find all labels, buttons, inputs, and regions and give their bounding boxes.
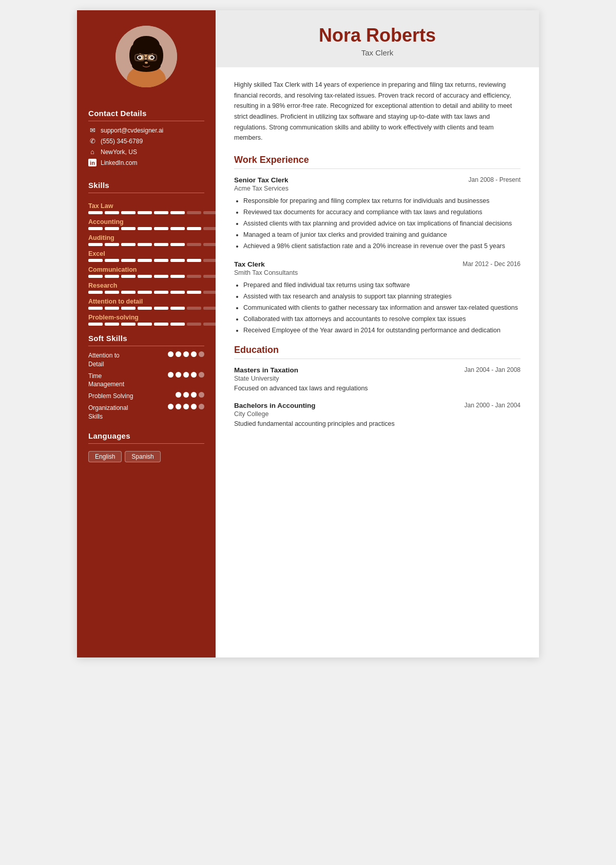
skill-name: Accounting — [88, 218, 218, 225]
skill-seg-empty — [187, 323, 201, 326]
skill-name: Excel — [88, 250, 218, 257]
soft-skill-dots — [168, 404, 204, 409]
soft-skill-row: Organizational Skills — [88, 404, 204, 421]
soft-skills-section-title: Soft Skills — [88, 334, 127, 343]
skill-seg-filled — [121, 275, 136, 278]
skill-seg-filled — [121, 323, 136, 326]
skill-seg-filled — [105, 259, 119, 262]
edu-header: Bachelors in AccountingJan 2000 - Jan 20… — [234, 402, 521, 409]
skill-seg-filled — [138, 227, 152, 230]
soft-skills-list: Attention to DetailTime ManagementProble… — [88, 351, 204, 424]
edu-degree: Bachelors in Accounting — [234, 402, 316, 409]
soft-skill-name: Problem Solving — [88, 392, 133, 401]
dot-filled — [176, 404, 181, 409]
skill-seg-empty — [187, 307, 201, 310]
skill-seg-filled — [88, 275, 103, 278]
edu-desc: Studied fundamental accounting principle… — [234, 419, 521, 429]
contact-email: ✉ support@cvdesigner.ai — [88, 126, 163, 134]
job-bullet: Collaborated with tax attorneys and acco… — [243, 314, 521, 324]
job-company: Acme Tax Services — [234, 185, 521, 192]
skill-bar — [88, 323, 218, 326]
edu-desc: Focused on advanced tax laws and regulat… — [234, 384, 521, 393]
skill-bar — [88, 259, 218, 262]
dot-filled — [183, 372, 189, 378]
dot-filled — [183, 392, 189, 398]
edu-school: State University — [234, 375, 521, 382]
skill-bar — [88, 307, 218, 310]
skill-seg-filled — [121, 227, 136, 230]
skill-seg-filled — [138, 307, 152, 310]
skill-seg-filled — [105, 211, 119, 214]
dot-filled — [168, 351, 174, 357]
skill-item: Accounting — [88, 218, 218, 230]
skill-name: Problem-solving — [88, 314, 218, 321]
svg-point-15 — [145, 62, 148, 64]
skill-seg-filled — [170, 275, 185, 278]
skill-seg-filled — [121, 307, 136, 310]
contact-section-title: Contact Details — [88, 109, 147, 118]
language-tag: Spanish — [125, 451, 160, 462]
skill-bar — [88, 275, 218, 278]
job-header: Senior Tax ClerkJan 2008 - Present — [234, 176, 521, 184]
education-divider — [234, 359, 521, 359]
skill-seg-filled — [170, 323, 185, 326]
skill-seg-filled — [154, 243, 168, 246]
skill-bar — [88, 243, 218, 246]
dot-filled — [168, 404, 174, 409]
skill-seg-filled — [170, 259, 185, 262]
skill-seg-filled — [154, 307, 168, 310]
linkedin-icon: in — [88, 159, 97, 166]
job-bullet: Received Employee of the Year award in 2… — [243, 325, 521, 335]
skill-seg-filled — [105, 275, 119, 278]
svg-point-7 — [132, 60, 161, 72]
resume-container: Contact Details ✉ support@cvdesigner.ai … — [77, 10, 539, 657]
job-title: Tax Clerk — [234, 260, 265, 268]
skill-seg-filled — [121, 243, 136, 246]
skill-seg-filled — [88, 211, 103, 214]
skill-name: Attention to detail — [88, 298, 218, 305]
header-block: Nora Roberts Tax Clerk — [216, 10, 539, 67]
skill-item: Excel — [88, 250, 218, 262]
contact-location: ⌂ NewYork, US — [88, 148, 137, 156]
skill-seg-filled — [187, 291, 201, 294]
skill-seg-filled — [88, 307, 103, 310]
skill-item: Problem-solving — [88, 314, 218, 326]
job-company: Smith Tax Consultants — [234, 269, 521, 276]
main-content: Nora Roberts Tax Clerk Highly skilled Ta… — [216, 10, 539, 657]
skill-seg-filled — [105, 227, 119, 230]
dot-filled — [183, 351, 189, 357]
skill-seg-filled — [154, 275, 168, 278]
edu-date: Jan 2000 - Jan 2004 — [465, 402, 521, 409]
skill-seg-filled — [154, 259, 168, 262]
dot-empty — [199, 351, 204, 357]
phone-value: (555) 345-6789 — [101, 138, 143, 145]
skill-seg-filled — [105, 307, 119, 310]
job-entry: Senior Tax ClerkJan 2008 - PresentAcme T… — [234, 176, 521, 251]
skill-bar — [88, 291, 218, 294]
skill-seg-empty — [187, 243, 201, 246]
skills-section-title: Skills — [88, 181, 109, 190]
job-bullet: Assisted with tax research and analysis … — [243, 291, 521, 302]
skill-seg-filled — [88, 291, 103, 294]
job-bullet: Assisted clients with tax planning and p… — [243, 218, 521, 229]
soft-skill-name: Time Management — [88, 372, 124, 389]
skill-seg-filled — [154, 291, 168, 294]
dot-filled — [191, 372, 197, 378]
skill-seg-filled — [170, 307, 185, 310]
skill-seg-filled — [187, 227, 201, 230]
dot-filled — [191, 392, 197, 398]
skill-seg-filled — [121, 211, 136, 214]
dot-filled — [168, 372, 174, 378]
skill-seg-filled — [170, 211, 185, 214]
edu-degree: Masters in Taxation — [234, 366, 298, 374]
education-list: Masters in TaxationJan 2004 - Jan 2008St… — [234, 366, 521, 437]
skill-seg-empty — [187, 211, 201, 214]
soft-skill-name: Organizational Skills — [88, 404, 128, 421]
email-icon: ✉ — [88, 126, 97, 134]
avatar-wrap — [88, 26, 204, 87]
skill-name: Auditing — [88, 234, 218, 241]
work-experience-title: Work Experience — [234, 155, 521, 165]
contact-linkedin: in LinkedIn.com — [88, 159, 137, 166]
languages-divider — [88, 443, 204, 444]
skill-seg-filled — [105, 243, 119, 246]
